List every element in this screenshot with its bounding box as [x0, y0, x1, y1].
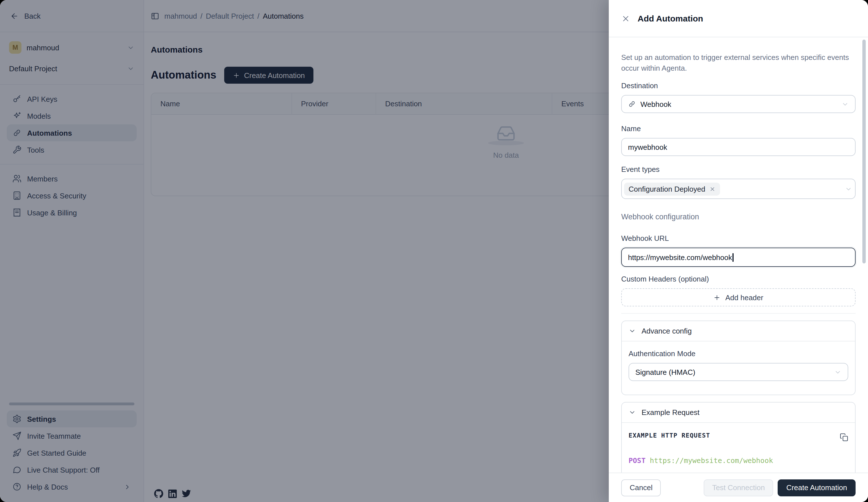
name-input[interactable]: mywebhook: [621, 138, 856, 156]
chevron-down-icon: [845, 185, 852, 192]
app-root: Back M mahmoud Default Project API Keys: [0, 0, 868, 502]
chevron-down-icon: [629, 409, 636, 416]
name-label: Name: [621, 124, 856, 134]
advance-config-panel: Advance config Authentication Mode Signa…: [621, 321, 856, 395]
advance-config-body: Authentication Mode Signature (HMAC): [622, 349, 855, 394]
event-types-label: Event types: [621, 165, 856, 175]
webhook-configuration-heading: Webhook configuration: [621, 213, 856, 224]
custom-headers-label: Custom Headers (optional): [621, 275, 856, 285]
advance-config-title: Advance config: [642, 327, 692, 335]
event-type-tag-label: Configuration Deployed: [629, 184, 705, 193]
example-request-header[interactable]: Example Request: [622, 402, 855, 423]
event-types-select[interactable]: Configuration Deployed: [621, 179, 856, 199]
event-type-tag: Configuration Deployed: [624, 182, 720, 195]
example-request-body: EXAMPLE HTTP REQUEST POST https://mywebs…: [622, 423, 855, 473]
request-url: https://mywebsite.com/webhook: [650, 456, 773, 465]
create-automation-submit-button[interactable]: Create Automation: [778, 479, 856, 496]
auth-mode-select[interactable]: Signature (HMAC): [629, 363, 848, 381]
advance-config-header[interactable]: Advance config: [622, 321, 855, 341]
webhook-url-input[interactable]: https://mywebsite.com/webhook: [621, 248, 856, 267]
drawer-body: Set up an automation to trigger external…: [609, 37, 868, 473]
drawer-description: Set up an automation to trigger external…: [621, 52, 856, 73]
section-divider: [621, 313, 856, 314]
drawer-footer: Cancel Test Connection Create Automation: [609, 473, 868, 502]
remove-tag-icon[interactable]: [709, 186, 715, 192]
test-connection-button[interactable]: Test Connection: [704, 479, 773, 496]
webhook-url-label: Webhook URL: [621, 234, 856, 244]
app-window: Back M mahmoud Default Project API Keys: [0, 0, 868, 502]
chevron-down-icon: [629, 327, 636, 335]
auth-mode-value: Signature (HMAC): [636, 368, 695, 376]
auth-mode-label: Authentication Mode: [629, 349, 848, 360]
destination-value: Webhook: [640, 100, 671, 108]
copy-icon[interactable]: [840, 433, 848, 442]
drawer-header: Add Automation: [609, 0, 868, 37]
chevron-down-icon: [834, 368, 841, 376]
plus-icon: [714, 294, 721, 301]
cancel-button[interactable]: Cancel: [621, 479, 661, 496]
example-request-panel: Example Request EXAMPLE HTTP REQUEST POS…: [621, 402, 856, 473]
add-header-label: Add header: [725, 293, 763, 302]
add-automation-drawer: Add Automation Set up an automation to t…: [609, 0, 868, 502]
name-value: mywebhook: [628, 143, 667, 151]
code-request-line: POST https://mywebsite.com/webhook: [629, 456, 848, 465]
example-request-title: Example Request: [642, 408, 700, 416]
code-title: EXAMPLE HTTP REQUEST: [629, 432, 710, 439]
drawer-scrollbar[interactable]: [862, 40, 866, 263]
drawer-title: Add Automation: [638, 13, 703, 23]
destination-select[interactable]: Webhook: [621, 95, 856, 113]
chevron-down-icon: [841, 100, 849, 108]
http-method: POST: [629, 456, 645, 465]
destination-label: Destination: [621, 81, 856, 92]
text-caret: [733, 253, 734, 261]
close-icon[interactable]: [621, 14, 630, 23]
link-icon: [628, 100, 636, 108]
add-header-button[interactable]: Add header: [621, 288, 856, 307]
webhook-url-value: https://mywebsite.com/webhook: [628, 253, 732, 261]
